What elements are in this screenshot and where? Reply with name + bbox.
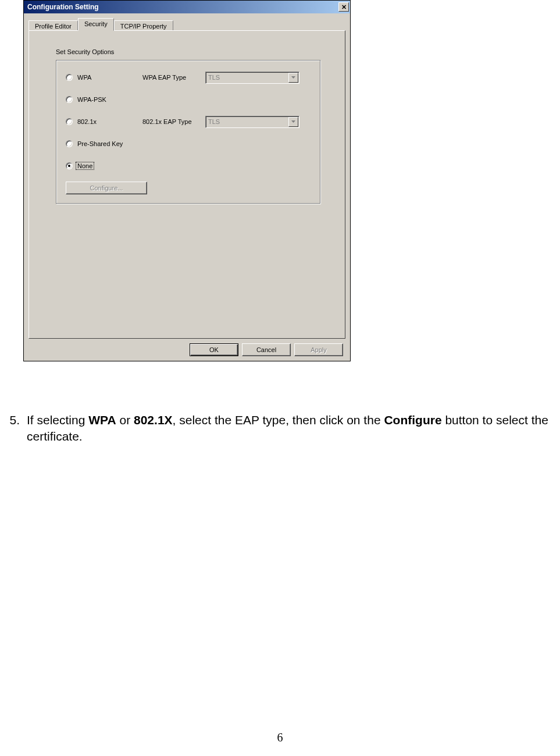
wpa-eap-type-value: TLS xyxy=(208,74,288,81)
dialog-body: Profile Editor Security TCP/IP Property … xyxy=(24,13,350,361)
txt-bold-wpa: WPA xyxy=(88,413,116,427)
security-options-group: WPA WPA EAP Type TLS WPA-PSK 802.1x xyxy=(56,60,321,204)
dialog-title: Configuration Setting xyxy=(27,3,338,11)
configuration-setting-dialog: Configuration Setting ✕ Profile Editor S… xyxy=(23,0,351,361)
close-icon: ✕ xyxy=(341,3,347,10)
8021x-eap-type-label: 802.1x EAP Type xyxy=(142,118,205,125)
8021x-eap-type-combo[interactable]: TLS xyxy=(205,116,299,128)
radio-none[interactable] xyxy=(66,162,73,169)
instruction-step-5: 5. If selecting WPA or 802.1X, select th… xyxy=(0,412,560,445)
radio-wpa-label[interactable]: WPA xyxy=(77,74,142,81)
radio-8021x[interactable] xyxy=(66,118,73,125)
dialog-button-row: OK Cancel Apply xyxy=(28,343,345,356)
radio-psk-label[interactable]: Pre-Shared Key xyxy=(77,140,142,147)
chevron-down-icon[interactable] xyxy=(288,117,298,127)
txt-pre: If selecting xyxy=(27,413,88,427)
section-label: Set Security Options xyxy=(56,48,333,55)
tab-security[interactable]: Security xyxy=(78,18,114,31)
radio-wpa-psk[interactable] xyxy=(66,96,73,103)
cancel-button[interactable]: Cancel xyxy=(242,343,291,356)
configure-button[interactable]: Configure... xyxy=(66,182,147,194)
step-number: 5. xyxy=(0,412,22,445)
radio-none-label[interactable]: None xyxy=(76,162,94,170)
close-button[interactable]: ✕ xyxy=(338,2,349,12)
option-8021x-row: 802.1x 802.1x EAP Type TLS xyxy=(66,115,311,128)
option-psk-row: Pre-Shared Key xyxy=(66,137,311,150)
apply-button[interactable]: Apply xyxy=(294,343,343,356)
titlebar[interactable]: Configuration Setting ✕ xyxy=(24,1,350,13)
radio-wpa[interactable] xyxy=(66,74,73,81)
radio-psk[interactable] xyxy=(66,140,73,147)
8021x-eap-type-value: TLS xyxy=(208,118,288,125)
security-tab-panel: Set Security Options WPA WPA EAP Type TL… xyxy=(28,30,345,339)
ok-button[interactable]: OK xyxy=(190,343,238,356)
wpa-eap-type-label: WPA EAP Type xyxy=(142,74,205,81)
step-text: If selecting WPA or 802.1X, select the E… xyxy=(22,412,560,445)
wpa-eap-type-combo[interactable]: TLS xyxy=(205,72,299,84)
radio-8021x-label[interactable]: 802.1x xyxy=(77,118,142,125)
txt-mid1: or xyxy=(116,413,134,427)
chevron-down-icon[interactable] xyxy=(288,73,298,83)
txt-bold-configure: Configure xyxy=(384,413,441,427)
option-wpa-psk-row: WPA-PSK xyxy=(66,93,311,106)
tab-strip: Profile Editor Security TCP/IP Property xyxy=(28,17,345,31)
radio-wpa-psk-label[interactable]: WPA-PSK xyxy=(77,96,142,103)
option-wpa-row: WPA WPA EAP Type TLS xyxy=(66,71,311,84)
page-number: 6 xyxy=(0,731,560,744)
txt-mid2: , select the EAP type, then click on the xyxy=(173,413,384,427)
txt-bold-8021x: 802.1X xyxy=(134,413,173,427)
option-none-row: None xyxy=(66,159,311,172)
